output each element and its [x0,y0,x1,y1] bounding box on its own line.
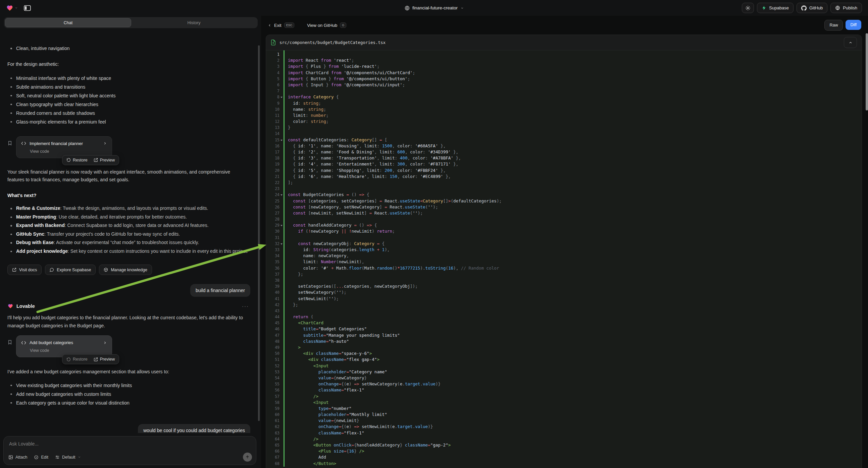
code-line: 48 className="h-auto" [266,339,862,345]
design-aesthetic-heading: For the design aesthetic: [7,60,248,68]
chat-scrollbar[interactable] [258,45,260,421]
fold-chevron-icon[interactable] [279,96,283,98]
chevron-left-icon [268,24,272,27]
code-card: src/components/budget/BudgetCategories.t… [266,35,862,468]
version-actions: Restore Preview [62,354,119,364]
code-line: 50 <div className="space-y-6"> [266,351,862,356]
file-path: src/components/budget/BudgetCategories.t… [279,40,840,45]
code-line: 52 <Input [266,363,862,369]
code-line: 3import { Plus } from 'lucide-react'; [266,63,862,69]
list-item: Clean typography with clear hierarchies [7,100,250,109]
code-line: 15const defaultCategories: Category[] = … [266,137,862,143]
code-icon [21,141,26,145]
code-line: 9 id: string; [266,100,862,107]
code-line: 47 subtitle="Manage your spending limits… [266,332,862,339]
version-card-title: Implement financial planner [30,141,100,146]
version-card-implement-financial-planner[interactable]: Implement financial planner View code Re… [16,136,112,158]
code-line: 42 }; [266,302,862,308]
code-line: 35 limit: Number(newLimit), [266,259,862,265]
user-message-row: would be cool if you could add budget ca… [7,424,250,433]
github-button[interactable]: GitHub [797,3,828,13]
diff-button[interactable]: Diff [845,20,861,30]
code-line: 19 { id: '4', name: 'Entertainment', lim… [266,161,862,167]
code-line: 10 name: string; [266,107,862,113]
user-message-bubble: build a financial planner [190,284,250,297]
code-line: 37 }; [266,271,862,277]
view-code-link[interactable]: View code [30,149,107,154]
send-button[interactable] [243,452,252,462]
version-actions: Restore Preview [62,155,119,165]
globe-icon [404,5,410,11]
list-item: Glass-morphic elements for a premium fee… [7,117,250,126]
exit-button[interactable]: Exit ESC [268,23,294,28]
code-line: 39 setCategories([...categories, newCate… [266,283,862,289]
fold-chevron-icon[interactable] [279,224,283,226]
bookmark-icon[interactable] [7,140,12,146]
code-editor: 12import React from 'react';3import { Pl… [266,50,862,467]
assistant-header: Lovable ··· [7,303,250,309]
sidebar-panel-icon [24,5,31,11]
view-code-link[interactable]: View code [30,348,107,353]
supabase-bolt-icon [762,5,766,10]
code-line: 22]; [266,180,862,186]
preview-label: Preview [100,357,115,361]
file-header: src/components/budget/BudgetCategories.t… [266,35,862,50]
restore-button[interactable]: Restore [66,158,88,163]
supabase-button[interactable]: Supabase [757,3,794,13]
chevron-down-icon [460,6,464,10]
code-line: 66 <Plus size={16} /> [266,448,862,454]
attach-button[interactable]: Attach [8,455,27,460]
model-selector[interactable]: Default [55,455,81,460]
code-line: 62 onChange={(e) => setNewLimit(e.target… [266,424,862,430]
view-on-github-button[interactable]: View on GitHub G [307,23,346,28]
restore-button[interactable]: Restore [66,357,88,361]
sidebar-toggle-button[interactable] [24,5,31,11]
diff-added-indicator [283,50,284,467]
preview-button[interactable]: Preview [94,158,115,163]
fold-chevron-icon[interactable] [279,243,283,245]
code-line: 1 [266,51,862,57]
explore-supabase-button[interactable]: Explore Supabase [45,265,96,275]
version-card-wrapper: Implement financial planner View code Re… [7,136,250,158]
code-line: 17 { id: '2', name: 'Food & Dining', lim… [266,149,862,155]
project-switcher[interactable]: financial-future-creator [404,0,464,16]
more-options-button[interactable]: ··· [242,303,250,309]
version-card-add-budget-categories[interactable]: Add budget categories View code Restore [16,335,112,357]
raw-button[interactable]: Raw [825,20,843,31]
raw-label: Raw [829,23,838,28]
code-line: 12 color: string; [266,118,862,124]
tab-history[interactable]: History [131,18,257,27]
chevron-up-icon [848,40,852,45]
visit-docs-button[interactable]: Visit docs [7,265,41,275]
code-line: 53 placeholder="Category name" [266,369,862,375]
tab-chat[interactable]: Chat [5,18,131,27]
list-item: Rounded corners and subtle shadows [7,109,250,117]
code-line: 49 > [266,345,862,351]
assistant-summary: Your sleek financial planner is now read… [7,168,248,184]
bookmark-icon[interactable] [7,340,12,345]
edit-button[interactable]: Edit [34,455,48,460]
chat-panel: Chat History Clean, intuitive navigation… [0,16,261,468]
code-line: 28 [266,216,862,222]
code-line: 32 const newCategoryObj: Category = { [266,241,862,247]
collapse-file-button[interactable] [844,37,857,48]
preview-label: Preview [100,158,115,163]
edit-label: Edit [41,455,48,460]
preview-button[interactable]: Preview [94,357,115,361]
chevron-right-icon [103,141,107,145]
code-line: 34 name: newCategory, [266,253,862,259]
chat-bubble-icon [50,268,54,272]
message-input[interactable] [8,441,253,447]
lovable-logo-menu[interactable] [6,5,18,11]
fold-chevron-icon[interactable] [279,194,283,196]
page-scrollbar-thumb[interactable] [866,33,868,111]
settings-button[interactable] [742,3,754,13]
code-line: 24const BudgetCategories = () => { [266,192,862,198]
code-line: 16 { id: '1', name: 'Housing', limit: 15… [266,143,862,149]
list-item: Debug with Ease: Activate our experiment… [7,238,250,247]
user-message-row: build a financial planner [7,284,250,297]
publish-button[interactable]: Publish [830,3,862,13]
manage-knowledge-button[interactable]: Manage knowledge [99,265,152,275]
fold-chevron-icon[interactable] [279,139,283,141]
code-line: 68 </Button> [266,461,862,467]
